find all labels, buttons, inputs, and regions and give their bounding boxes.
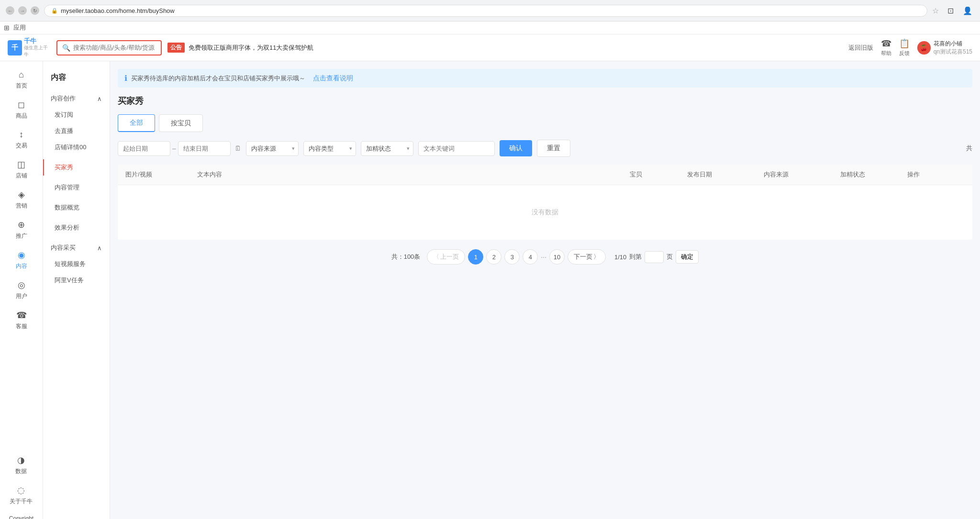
page-button-10[interactable]: 10 <box>549 249 565 265</box>
prev-page-button[interactable]: 〈 上一页 <box>427 249 465 265</box>
prev-chevron-icon: 〈 <box>433 253 439 261</box>
refresh-button[interactable]: ↻ <box>31 6 39 15</box>
about-icon: ◌ <box>17 485 25 496</box>
filter-bar: – 🗓 内容来源 内容类型 加精状态 <box>118 140 972 157</box>
sidebar-item-store-detail[interactable]: 店铺详情00 <box>43 139 110 155</box>
back-old-version-btn[interactable]: 返回旧版 <box>848 44 873 52</box>
info-banner-text: 买家秀待选库的内容加精后才会在宝贝和店铺买家秀中展示哦～ <box>131 74 305 83</box>
sidebar-item-effect-analysis[interactable]: 效果分析 <box>43 220 110 236</box>
sidebar-item-ali-v-task[interactable]: 阿里V任务 <box>43 272 110 288</box>
content-purchase-header[interactable]: 内容采买 ∧ <box>43 240 110 256</box>
apps-label[interactable]: 应用 <box>13 23 26 32</box>
logo-text-area: 千牛 做生意上千牛 <box>24 37 51 58</box>
sidebar-item-buyer-show[interactable]: 买家秀 <box>43 159 110 176</box>
sidebar-item-live[interactable]: 去直播 <box>43 123 110 139</box>
content-purchase-chevron: ∧ <box>97 244 102 252</box>
source-select[interactable]: 内容来源 <box>246 141 299 156</box>
content-creation-section: 内容创作 ∧ 发订阅 去直播 店铺详情00 <box>43 90 110 155</box>
apps-bar: ⊞ 应用 <box>0 22 980 34</box>
next-page-button[interactable]: 下一页 〉 <box>568 249 606 265</box>
sidebar-item-products[interactable]: ◻ 商品 <box>0 95 43 125</box>
sidebar-item-marketing[interactable]: ◈ 营销 <box>0 185 43 215</box>
sidebar-item-promotion[interactable]: ⊕ 推广 <box>0 215 43 245</box>
date-range: – 🗓 <box>118 141 241 156</box>
date-separator: – <box>172 144 176 152</box>
sidebar-products-label: 商品 <box>16 112 27 120</box>
sidebar-item-data-overview[interactable]: 数据概览 <box>43 199 110 216</box>
topbar-right: 返回旧版 ☎ 帮助 📋 反馈 🍒 花喜的小铺 qn测试花喜515 <box>848 38 972 57</box>
goto-suffix: 页 <box>667 253 673 261</box>
logo-area: 千 千牛 做生意上千牛 <box>8 37 51 58</box>
user-name-area: 花喜的小铺 qn测试花喜515 <box>934 40 972 56</box>
app-container: 千 千牛 做生意上千牛 🔍 公告 免费领取正版商用字体，为双11大卖保驾护航 返… <box>0 34 980 519</box>
reset-button[interactable]: 重置 <box>537 140 570 157</box>
sidebar-data-label: 数据 <box>15 467 27 475</box>
confirm-button[interactable]: 确认 <box>500 140 532 156</box>
end-date-input[interactable] <box>178 141 231 156</box>
page-button-2[interactable]: 2 <box>486 249 501 265</box>
tab-all[interactable]: 全部 <box>118 114 155 132</box>
page-button-1[interactable]: 1 <box>468 249 483 265</box>
logo-sub: 做生意上千牛 <box>24 44 51 58</box>
lock-icon: 🔒 <box>51 8 58 14</box>
content-creation-header[interactable]: 内容创作 ∧ <box>43 90 110 107</box>
secondary-sidebar-title: 内容 <box>43 69 110 87</box>
page-button-4[interactable]: 4 <box>523 249 538 265</box>
total-count: 共：100条 <box>391 253 421 261</box>
forward-button[interactable]: → <box>18 6 27 15</box>
type-select[interactable]: 内容类型 <box>303 141 356 156</box>
page-button-3[interactable]: 3 <box>504 249 520 265</box>
sidebar-item-transactions[interactable]: ↕ 交易 <box>0 125 43 155</box>
sidebar-item-content-management[interactable]: 内容管理 <box>43 179 110 196</box>
goto-confirm-button[interactable]: 确定 <box>676 250 699 264</box>
url-bar[interactable]: 🔒 myseller.taobao.com/home.htm/buyShow <box>44 5 927 17</box>
search-box[interactable]: 🔍 <box>56 40 162 55</box>
user-sub: qn测试花喜515 <box>934 48 972 56</box>
calendar-icon[interactable]: 🗓 <box>234 144 241 152</box>
url-text: myseller.taobao.com/home.htm/buyShow <box>61 7 175 14</box>
home-icon: ⌂ <box>19 70 24 80</box>
sidebar-item-users[interactable]: ◎ 用户 <box>0 275 43 305</box>
announcement-bar: 公告 免费领取正版商用字体，为双11大卖保驾护航 <box>167 43 843 53</box>
sidebar-item-short-video[interactable]: 短视频服务 <box>43 256 110 272</box>
sidebar-item-about[interactable]: ◌ 关于千牛 <box>9 480 33 510</box>
sidebar-item-store[interactable]: ◫ 店铺 <box>0 155 43 185</box>
goto-prefix: 到第 <box>629 253 642 261</box>
data-icon: ◑ <box>17 455 25 465</box>
start-date-input[interactable] <box>118 141 170 156</box>
keyword-input[interactable] <box>418 141 495 156</box>
help-button[interactable]: ☎ 帮助 <box>881 38 891 57</box>
users-icon: ◎ <box>18 280 25 290</box>
th-date: 发布日期 <box>687 170 764 179</box>
content-icon: ◉ <box>18 250 25 260</box>
goto-input[interactable] <box>645 251 664 263</box>
tab-by-product[interactable]: 按宝贝 <box>159 114 203 132</box>
data-table: 图片/视频 文本内容 宝贝 发布日期 内容来源 加精状态 操作 没有数据 <box>118 165 972 240</box>
status-select[interactable]: 加精状态 <box>361 141 413 156</box>
feedback-button[interactable]: 📋 反馈 <box>899 38 910 57</box>
page-title: 买家秀 <box>118 95 972 107</box>
sidebar-item-home[interactable]: ⌂ 首页 <box>0 65 43 95</box>
profile-button[interactable]: 👤 <box>961 4 974 17</box>
sidebar-item-subscribe[interactable]: 发订阅 <box>43 107 110 123</box>
apps-grid-icon[interactable]: ⊞ <box>4 24 10 32</box>
search-input[interactable] <box>73 44 156 51</box>
source-select-wrapper: 内容来源 <box>246 141 299 156</box>
page-ellipsis: ··· <box>541 253 546 261</box>
fullscreen-button[interactable]: ⊡ <box>944 4 957 17</box>
sidebar-item-content[interactable]: ◉ 内容 <box>0 245 43 275</box>
th-status: 加精状态 <box>840 170 907 179</box>
user-avatar: 🍒 <box>917 41 931 55</box>
feedback-label: 反馈 <box>899 50 910 57</box>
sidebar-item-copyright: Copyright <box>9 510 33 519</box>
logo-name: 千牛 <box>24 37 51 45</box>
back-button[interactable]: ← <box>6 6 14 15</box>
page-fraction: 1/10 <box>614 254 626 261</box>
effect-analysis-section: 效果分析 <box>43 220 110 236</box>
sidebar-item-data[interactable]: ◑ 数据 <box>9 450 33 480</box>
sidebar-promotion-label: 推广 <box>16 232 27 240</box>
sidebar-item-customer-service[interactable]: ☎ 客服 <box>0 305 43 335</box>
user-info[interactable]: 🍒 花喜的小铺 qn测试花喜515 <box>917 40 972 56</box>
info-banner-link[interactable]: 点击查看说明 <box>313 74 353 83</box>
bookmark-icon[interactable]: ☆ <box>932 6 939 15</box>
